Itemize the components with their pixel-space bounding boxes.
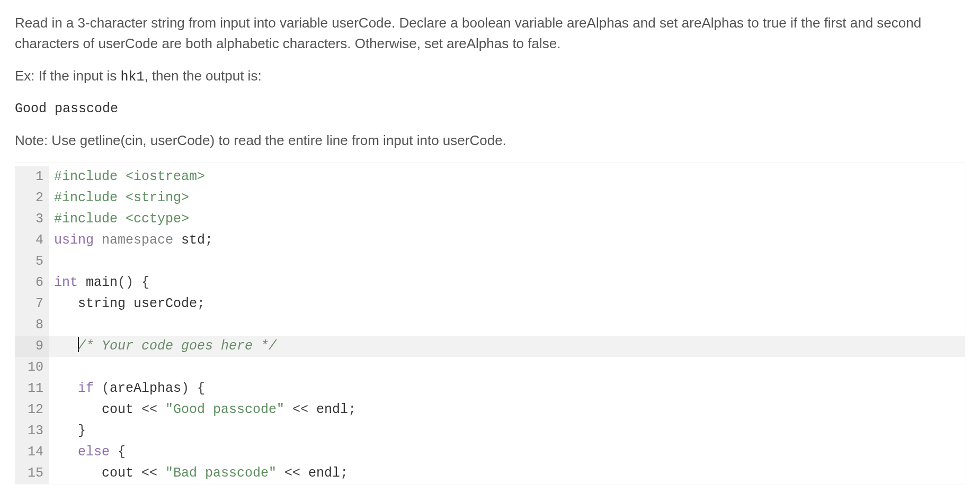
code-editor-container: 1#include <iostream>2#include <string>3#… bbox=[15, 163, 965, 484]
code-line[interactable]: 14 else { bbox=[15, 442, 965, 463]
code-token: cout bbox=[102, 465, 141, 481]
code-line[interactable]: 3#include <cctype> bbox=[15, 209, 965, 230]
code-token bbox=[54, 381, 78, 396]
code-token: userCode bbox=[133, 296, 197, 311]
code-line[interactable]: 8 bbox=[15, 315, 965, 336]
code-token: << bbox=[277, 465, 308, 481]
code-token: ( bbox=[102, 381, 110, 396]
line-number: 2 bbox=[15, 187, 49, 209]
code-line[interactable]: 10 bbox=[15, 357, 965, 378]
code-token: } bbox=[78, 423, 86, 438]
code-token: ) { bbox=[181, 381, 205, 396]
code-token bbox=[54, 338, 78, 354]
code-token bbox=[54, 402, 102, 417]
code-line[interactable]: 13 } bbox=[15, 420, 965, 442]
instruction-note: Note: Use getline(cin, userCode) to read… bbox=[15, 130, 965, 151]
code-editor[interactable]: 1#include <iostream>2#include <string>3#… bbox=[15, 163, 965, 484]
code-content[interactable]: #include <cctype> bbox=[49, 209, 965, 230]
example-prefix: Ex: If the input is bbox=[15, 68, 120, 84]
code-content[interactable]: /* Your code goes here */ bbox=[49, 336, 965, 357]
code-token: string bbox=[78, 296, 133, 311]
line-number: 11 bbox=[15, 378, 49, 399]
code-token: "Bad passcode" bbox=[165, 465, 277, 481]
line-number: 15 bbox=[15, 463, 49, 484]
line-number: 5 bbox=[15, 251, 49, 272]
page-root: Read in a 3-character string from input … bbox=[0, 0, 980, 497]
example-output-block: Good passcode bbox=[15, 99, 965, 119]
line-number: 4 bbox=[15, 230, 49, 251]
line-number: 13 bbox=[15, 420, 49, 442]
code-token: << bbox=[141, 465, 165, 481]
line-number: 14 bbox=[15, 442, 49, 463]
code-line[interactable]: 1#include <iostream> bbox=[15, 166, 965, 187]
code-content[interactable]: using namespace std; bbox=[49, 230, 965, 251]
line-number: 6 bbox=[15, 272, 49, 293]
code-token: << bbox=[141, 402, 165, 417]
code-token: namespace bbox=[102, 232, 181, 248]
code-content[interactable]: int main() { bbox=[49, 272, 965, 293]
code-line[interactable]: 4using namespace std; bbox=[15, 230, 965, 251]
code-token: endl bbox=[316, 402, 348, 417]
code-line[interactable]: 11 if (areAlphas) { bbox=[15, 378, 965, 399]
code-content[interactable] bbox=[49, 357, 965, 378]
code-token bbox=[54, 296, 78, 311]
code-token: << bbox=[284, 402, 316, 417]
code-token: else bbox=[78, 444, 118, 460]
line-number: 10 bbox=[15, 357, 49, 378]
code-content[interactable]: string userCode; bbox=[49, 293, 965, 315]
code-token: ; bbox=[197, 296, 205, 311]
code-token: <string> bbox=[126, 190, 189, 205]
code-token: cout bbox=[102, 402, 141, 417]
code-line[interactable]: 5 bbox=[15, 251, 965, 272]
code-token: std bbox=[181, 232, 205, 248]
code-content[interactable]: #include <iostream> bbox=[49, 166, 965, 187]
line-number: 3 bbox=[15, 209, 49, 230]
code-token: ; bbox=[348, 402, 356, 417]
code-content[interactable]: cout << "Bad passcode" << endl; bbox=[49, 463, 965, 484]
code-line[interactable]: 9 /* Your code goes here */ bbox=[15, 336, 965, 357]
code-token: <cctype> bbox=[126, 211, 189, 227]
code-token: if bbox=[78, 381, 102, 396]
line-number: 8 bbox=[15, 315, 49, 336]
code-token: ; bbox=[340, 465, 348, 481]
code-content[interactable]: else { bbox=[49, 442, 965, 463]
example-suffix: , then the output is: bbox=[144, 68, 261, 84]
code-token: { bbox=[118, 444, 126, 460]
code-token: main bbox=[86, 275, 118, 290]
code-token: areAlphas bbox=[110, 381, 181, 396]
code-line[interactable]: 15 cout << "Bad passcode" << endl; bbox=[15, 463, 965, 484]
instruction-paragraph-1: Read in a 3-character string from input … bbox=[15, 13, 965, 54]
code-token: endl bbox=[308, 465, 340, 481]
code-token: #include bbox=[54, 190, 126, 205]
code-token: "Good passcode" bbox=[165, 402, 284, 417]
problem-instructions: Read in a 3-character string from input … bbox=[15, 13, 965, 151]
code-token: using bbox=[54, 232, 102, 248]
code-token bbox=[54, 465, 102, 481]
code-content[interactable] bbox=[49, 315, 965, 336]
line-number: 1 bbox=[15, 166, 49, 187]
code-content[interactable]: } bbox=[49, 420, 965, 442]
instruction-paragraph-2: Ex: If the input is hk1, then the output… bbox=[15, 66, 965, 87]
code-line[interactable]: 7 string userCode; bbox=[15, 293, 965, 315]
code-token: int bbox=[54, 275, 86, 290]
line-number: 9 bbox=[15, 336, 49, 357]
example-input-code: hk1 bbox=[120, 69, 144, 85]
code-content[interactable]: #include <string> bbox=[49, 187, 965, 209]
code-token bbox=[54, 444, 78, 460]
code-token bbox=[54, 423, 78, 438]
code-token: ; bbox=[205, 232, 213, 248]
code-content[interactable]: cout << "Good passcode" << endl; bbox=[49, 399, 965, 420]
code-token: <iostream> bbox=[126, 169, 205, 184]
code-token: #include bbox=[54, 169, 126, 184]
line-number: 7 bbox=[15, 293, 49, 315]
code-line[interactable]: 6int main() { bbox=[15, 272, 965, 293]
code-content[interactable]: if (areAlphas) { bbox=[49, 378, 965, 399]
code-content[interactable] bbox=[49, 251, 965, 272]
code-token: () { bbox=[118, 275, 149, 290]
code-token: /* Your code goes here */ bbox=[78, 338, 277, 354]
code-token: #include bbox=[54, 211, 126, 227]
line-number: 12 bbox=[15, 399, 49, 420]
code-line[interactable]: 2#include <string> bbox=[15, 187, 965, 209]
code-line[interactable]: 12 cout << "Good passcode" << endl; bbox=[15, 399, 965, 420]
